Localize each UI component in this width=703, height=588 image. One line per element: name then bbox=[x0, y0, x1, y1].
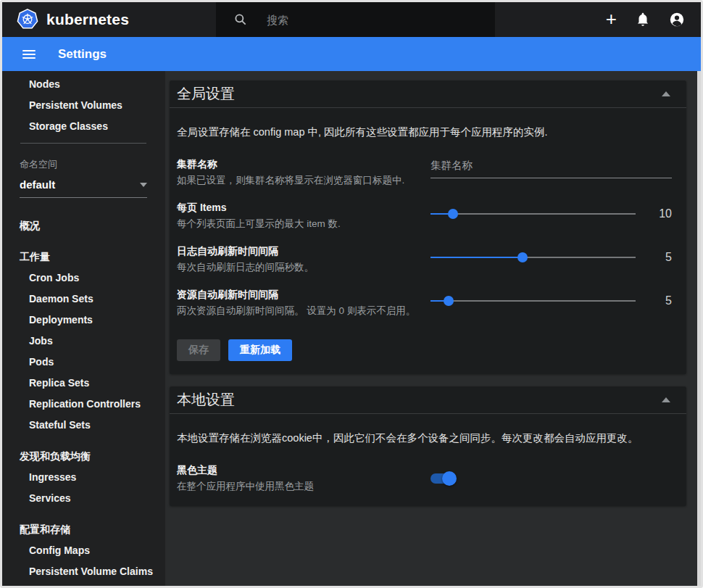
sidebar-item-replica-sets[interactable]: Replica Sets bbox=[2, 373, 165, 394]
global-settings-title: 全局设置 bbox=[177, 84, 235, 104]
search-input[interactable] bbox=[267, 14, 484, 26]
setting-hint: 每次自动刷新日志的间隔秒数。 bbox=[177, 261, 430, 274]
sidebar-item-stateful-sets[interactable]: Stateful Sets bbox=[2, 415, 165, 436]
sidebar-item-storage-classes[interactable]: Storage Classes bbox=[2, 116, 165, 137]
sidebar-item-overview[interactable]: 概况 bbox=[2, 215, 165, 236]
global-settings-card: 全局设置 全局设置存储在 config map 中, 因此所有这些设置都应用于每… bbox=[170, 80, 686, 374]
sidebar-item-services[interactable]: Services bbox=[2, 488, 165, 509]
sidebar: Nodes Persistent Volumes Storage Classes… bbox=[2, 71, 165, 588]
sidebar-item-secrets[interactable]: Secrets bbox=[2, 582, 165, 588]
namespace-label: 命名空间 bbox=[20, 158, 165, 171]
sidebar-item-persistent-volume-claims[interactable]: Persistent Volume Claims bbox=[2, 561, 165, 582]
dark-theme-toggle[interactable] bbox=[430, 471, 457, 486]
resource-autorefresh-row: 资源自动刷新时间间隔 两次资源自动刷新时间间隔。 设置为 0 则表示不启用。 5 bbox=[177, 289, 679, 318]
namespace-select[interactable]: default bbox=[20, 178, 147, 198]
global-settings-header: 全局设置 bbox=[170, 80, 686, 108]
setting-label: 日志自动刷新时间间隔 bbox=[177, 245, 430, 258]
sidebar-item-cron-jobs[interactable]: Cron Jobs bbox=[2, 268, 165, 289]
app-window: kubernetes + Settings bbox=[0, 0, 703, 588]
sidebar-section-discovery[interactable]: 发现和负载均衡 bbox=[2, 446, 165, 467]
namespace-value: default bbox=[20, 178, 55, 191]
logs-autorefresh-slider[interactable] bbox=[430, 252, 636, 262]
slider-thumb[interactable] bbox=[448, 209, 458, 219]
brand[interactable]: kubernetes bbox=[2, 2, 216, 37]
scrollbar[interactable] bbox=[697, 71, 701, 586]
sidebar-item-nodes[interactable]: Nodes bbox=[2, 74, 165, 95]
collapse-up-icon[interactable] bbox=[662, 91, 670, 96]
reload-button[interactable]: 重新加载 bbox=[228, 339, 292, 361]
search-box[interactable] bbox=[216, 2, 495, 37]
top-bar: kubernetes + bbox=[2, 2, 701, 37]
save-button[interactable]: 保存 bbox=[177, 339, 220, 361]
slider-track bbox=[430, 300, 636, 302]
local-settings-header: 本地设置 bbox=[170, 386, 686, 414]
setting-label: 集群名称 bbox=[177, 158, 430, 171]
sidebar-item-daemon-sets[interactable]: Daemon Sets bbox=[2, 289, 165, 310]
setting-label: 资源自动刷新时间间隔 bbox=[177, 289, 430, 302]
account-icon[interactable] bbox=[669, 12, 685, 28]
cluster-name-row: 集群名称 如果已设置，则集群名称将显示在浏览器窗口标题中. bbox=[177, 158, 679, 187]
collapse-up-icon[interactable] bbox=[662, 397, 670, 402]
chevron-down-icon bbox=[140, 183, 147, 187]
sidebar-section-workloads[interactable]: 工作量 bbox=[2, 247, 165, 268]
slider-thumb[interactable] bbox=[444, 296, 454, 306]
global-settings-actions: 保存 重新加载 bbox=[177, 339, 679, 361]
main-panel: 全局设置 全局设置存储在 config map 中, 因此所有这些设置都应用于每… bbox=[165, 71, 701, 588]
local-settings-card: 本地设置 本地设置存储在浏览器cookie中，因此它们不会在多个设备之间同步。每… bbox=[170, 386, 686, 506]
slider-fill bbox=[430, 213, 453, 215]
local-settings-title: 本地设置 bbox=[177, 390, 235, 410]
sidebar-item-deployments[interactable]: Deployments bbox=[2, 310, 165, 331]
logs-autorefresh-value: 5 bbox=[646, 251, 672, 264]
toggle-thumb bbox=[442, 471, 457, 486]
topbar-actions: + bbox=[495, 2, 701, 37]
cluster-name-input[interactable] bbox=[430, 158, 672, 178]
sidebar-section-config-storage[interactable]: 配置和存储 bbox=[2, 519, 165, 540]
notifications-bell-icon[interactable] bbox=[635, 12, 651, 28]
setting-label: 黑色主题 bbox=[177, 464, 430, 477]
sidebar-item-replication-controllers[interactable]: Replication Controllers bbox=[2, 394, 165, 415]
slider-fill bbox=[430, 257, 523, 258]
sidebar-item-jobs[interactable]: Jobs bbox=[2, 331, 165, 352]
items-per-page-value: 10 bbox=[646, 207, 672, 220]
setting-hint: 如果已设置，则集群名称将显示在浏览器窗口标题中. bbox=[177, 174, 430, 187]
slider-fill bbox=[430, 300, 449, 302]
local-settings-description: 本地设置存储在浏览器cookie中，因此它们不会在多个设备之间同步。每次更改都会… bbox=[177, 414, 679, 450]
menu-hamburger-icon[interactable] bbox=[22, 50, 36, 59]
sidebar-item-persistent-volumes[interactable]: Persistent Volumes bbox=[2, 95, 165, 116]
app-bar: Settings bbox=[2, 37, 701, 71]
resource-autorefresh-slider[interactable] bbox=[430, 296, 636, 306]
slider-track bbox=[430, 213, 636, 215]
resource-autorefresh-value: 5 bbox=[646, 294, 672, 307]
items-per-page-row: 每页 Items 每个列表页面上可显示的最大 item 数. 10 bbox=[177, 202, 679, 231]
sidebar-item-ingresses[interactable]: Ingresses bbox=[2, 467, 165, 488]
setting-hint: 两次资源自动刷新时间间隔。 设置为 0 则表示不启用。 bbox=[177, 305, 430, 318]
items-per-page-slider[interactable] bbox=[430, 209, 636, 219]
content-row: Nodes Persistent Volumes Storage Classes… bbox=[2, 71, 701, 588]
slider-thumb[interactable] bbox=[517, 252, 528, 262]
page-title: Settings bbox=[58, 47, 107, 62]
brand-name: kubernetes bbox=[46, 11, 129, 28]
setting-label: 每页 Items bbox=[177, 202, 430, 215]
setting-hint: 在整个应用程序中使用黑色主题 bbox=[177, 480, 430, 493]
dark-theme-row: 黑色主题 在整个应用程序中使用黑色主题 bbox=[177, 464, 679, 493]
sidebar-item-config-maps[interactable]: Config Maps bbox=[2, 540, 165, 561]
logs-autorefresh-row: 日志自动刷新时间间隔 每次自动刷新日志的间隔秒数。 5 bbox=[177, 245, 679, 274]
kubernetes-logo-icon bbox=[17, 9, 38, 30]
create-icon[interactable]: + bbox=[606, 9, 617, 28]
search-icon bbox=[233, 12, 248, 27]
global-settings-description: 全局设置存储在 config map 中, 因此所有这些设置都应用于每个应用程序… bbox=[177, 108, 679, 144]
sidebar-divider bbox=[20, 143, 146, 144]
sidebar-item-pods[interactable]: Pods bbox=[2, 352, 165, 373]
setting-hint: 每个列表页面上可显示的最大 item 数. bbox=[177, 218, 430, 231]
